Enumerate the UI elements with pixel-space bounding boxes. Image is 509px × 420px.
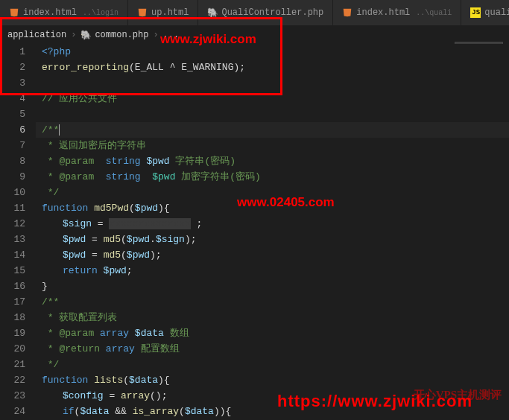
code-text: ); bbox=[150, 249, 162, 261]
code-text: $data bbox=[135, 328, 164, 339]
tab-qualijs[interactable]: JS quali.js bbox=[461, 0, 509, 25]
code-text: )){ bbox=[214, 406, 231, 417]
breadcrumb-segment[interactable]: ... bbox=[163, 30, 180, 40]
code-text: ( bbox=[121, 249, 127, 261]
tab-label: quali.js bbox=[484, 7, 509, 18]
code-text: 数组 bbox=[164, 328, 189, 339]
code-text: md5 bbox=[104, 249, 121, 261]
code-text: function bbox=[42, 203, 94, 214]
code-text: = bbox=[92, 218, 109, 229]
code-text: 配置数组 bbox=[135, 343, 180, 354]
code-text: = bbox=[104, 390, 121, 401]
code-text: md5 bbox=[104, 234, 121, 245]
code-text: && bbox=[109, 406, 132, 417]
code-text: $data bbox=[129, 375, 158, 386]
code-text: $pwd bbox=[104, 265, 127, 276]
code-text: ){ bbox=[158, 375, 170, 386]
code-text: * 返回加密后的字符串 bbox=[42, 140, 146, 151]
code-text: array bbox=[100, 328, 135, 339]
code-text: 字符串(密码) bbox=[170, 156, 235, 167]
code-text: } bbox=[42, 281, 48, 292]
js-icon: JS bbox=[470, 7, 481, 18]
code-text: . bbox=[150, 234, 156, 245]
code-text: $data bbox=[185, 406, 214, 417]
code-text: $pwd bbox=[127, 234, 150, 245]
code-text: lists bbox=[94, 375, 123, 386]
code-text: /** bbox=[42, 124, 59, 136]
php-icon: 🐘 bbox=[80, 30, 92, 41]
code-text: ); bbox=[185, 234, 197, 245]
code-text: is_array bbox=[133, 406, 179, 417]
tab-up[interactable]: up.html bbox=[128, 0, 198, 25]
breadcrumb-segment[interactable]: common.php bbox=[95, 30, 148, 40]
php-icon: 🐘 bbox=[207, 7, 218, 18]
tab-index-quali[interactable]: index.html ..\quali bbox=[333, 0, 461, 25]
code-text: $config bbox=[63, 390, 104, 401]
code-text: */ bbox=[42, 187, 59, 198]
code-text: $data bbox=[80, 406, 109, 417]
code-text: = bbox=[86, 234, 103, 245]
html-icon bbox=[342, 7, 352, 18]
code-text: * @param bbox=[42, 171, 94, 182]
code-text: (); bbox=[150, 390, 167, 401]
tab-label: QualiController.php bbox=[221, 7, 323, 18]
editor-tabs: index.html ..\login up.html 🐘 QualiContr… bbox=[0, 0, 509, 26]
code-text: error_reporting bbox=[42, 62, 129, 73]
code-text: $pwd bbox=[135, 203, 158, 214]
code-text: ; bbox=[191, 218, 203, 229]
code-text: $pwd bbox=[152, 171, 175, 182]
code-text: ( bbox=[123, 375, 129, 386]
chevron-right-icon: › bbox=[153, 30, 158, 40]
code-text: ( bbox=[121, 234, 127, 245]
code-text: = bbox=[86, 249, 103, 261]
code-text: * @return bbox=[42, 343, 106, 354]
code-text: ){ bbox=[158, 203, 170, 214]
tab-path: ..\quali bbox=[416, 9, 452, 17]
tab-index-login[interactable]: index.html ..\login bbox=[0, 0, 128, 25]
code-text: <?php bbox=[42, 46, 71, 57]
code-text: 加密字符串(密码) bbox=[175, 171, 260, 182]
code-text: array bbox=[106, 343, 135, 354]
html-icon bbox=[9, 7, 19, 18]
tab-label: index.html bbox=[356, 7, 410, 18]
code-text: $sign bbox=[156, 234, 185, 245]
code-text: * @param bbox=[42, 328, 100, 339]
code-text: return bbox=[63, 265, 104, 276]
code-text: md5Pwd bbox=[94, 203, 129, 214]
code-text: /** bbox=[42, 296, 59, 308]
tab-label: up.html bbox=[151, 7, 189, 18]
code-text: (E_ALL ^ E_WARNING); bbox=[129, 62, 245, 73]
cursor bbox=[59, 124, 60, 136]
code-text: string bbox=[94, 171, 152, 182]
code-text: function bbox=[42, 375, 94, 386]
code-text: string bbox=[94, 156, 146, 167]
code-text: $pwd bbox=[146, 156, 169, 167]
code-text: $pwd bbox=[63, 234, 86, 245]
tab-path: ..\login bbox=[83, 9, 118, 17]
tab-qualicontroller[interactable]: 🐘 QualiController.php bbox=[198, 0, 333, 25]
code-text: $pwd bbox=[63, 249, 86, 261]
breadcrumb-segment[interactable]: application bbox=[7, 30, 66, 40]
code-area[interactable]: <?php error_reporting(E_ALL ^ E_WARNING)… bbox=[36, 44, 509, 420]
code-text: ; bbox=[127, 265, 133, 276]
code-editor[interactable]: 12345 678910 1112131415 1617181920 21222… bbox=[0, 44, 509, 420]
code-text: $sign bbox=[63, 218, 92, 229]
tab-label: index.html bbox=[23, 7, 77, 18]
code-text: $pwd bbox=[127, 249, 150, 261]
code-text: */ bbox=[42, 359, 59, 370]
code-text: array bbox=[121, 390, 150, 401]
line-gutter: 12345 678910 1112131415 1617181920 21222… bbox=[0, 44, 36, 420]
code-text: * @param bbox=[42, 156, 94, 167]
chevron-right-icon: › bbox=[71, 30, 76, 40]
code-text: ( bbox=[179, 406, 185, 417]
breadcrumb[interactable]: application › 🐘 common.php › ... bbox=[0, 26, 509, 44]
code-text: * 获取配置列表 bbox=[42, 312, 117, 323]
code-text: if bbox=[63, 406, 75, 417]
code-text: ( bbox=[129, 203, 135, 214]
code-text: // 应用公共文件 bbox=[42, 93, 117, 104]
html-icon bbox=[137, 7, 148, 18]
